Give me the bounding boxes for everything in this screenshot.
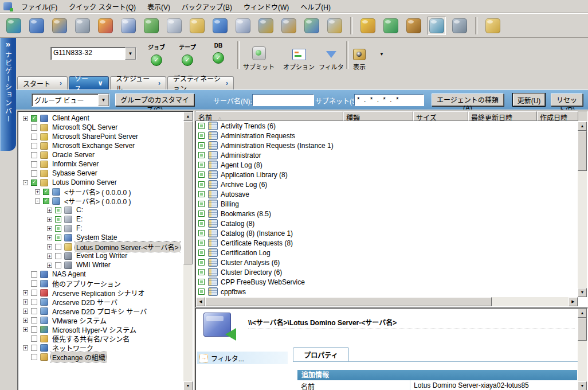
device-config-icon[interactable]	[326, 17, 344, 35]
list-checkbox[interactable]	[198, 191, 205, 197]
list-item-label[interactable]: CPP FreeBusy WebService	[221, 278, 305, 286]
tree-checkbox[interactable]	[31, 134, 37, 140]
list-checkbox[interactable]	[198, 152, 205, 158]
tree-checkbox[interactable]	[55, 225, 61, 232]
tree-item-label[interactable]: VMware システム	[51, 315, 108, 325]
menu-window[interactable]: ウィンドウ(W)	[238, 0, 295, 13]
expand-plus-icon[interactable]: +	[23, 309, 28, 314]
list-item-label[interactable]: Certificate Requests (8)	[221, 239, 293, 247]
tree-checkbox[interactable]	[31, 345, 37, 351]
server-combo[interactable]: G11N833-32 ▼	[50, 47, 136, 60]
scroll-down-icon[interactable]: ▼	[183, 381, 193, 390]
tree-checkbox[interactable]	[31, 271, 37, 278]
list-item-label[interactable]: Administrator	[221, 151, 261, 159]
tree-checkbox[interactable]	[43, 198, 49, 204]
list-item-label[interactable]: Cluster Directory (6)	[221, 268, 282, 276]
expand-plus-icon[interactable]: +	[47, 226, 52, 231]
list-checkbox[interactable]	[198, 240, 205, 246]
log-report-icon[interactable]	[234, 17, 252, 35]
tree-checkbox[interactable]	[31, 317, 37, 323]
expand-plus-icon[interactable]: +	[47, 208, 52, 213]
scrollbar-thumb[interactable]	[183, 121, 193, 264]
list-item-label[interactable]: Activity Trends (6)	[221, 122, 276, 130]
scrollbar-thumb[interactable]	[578, 131, 587, 171]
tree-item-label[interactable]: Oracle Server	[51, 151, 96, 159]
expand-plus-icon[interactable]: +	[23, 345, 28, 350]
tab-start[interactable]: スタート ›	[17, 76, 68, 89]
tree-item-label[interactable]: Event Log Writer	[75, 252, 128, 260]
group-view-combo[interactable]: グループ ビュー ▼	[32, 93, 109, 107]
list-checkbox[interactable]	[198, 162, 205, 168]
tree-item-label[interactable]: Informix Server	[51, 160, 100, 168]
list-item-label[interactable]: Certification Log	[221, 249, 271, 257]
license-scales-icon[interactable]	[405, 17, 423, 35]
restore-manager-icon[interactable]	[50, 17, 69, 35]
scrollbar-thumb[interactable]	[578, 318, 587, 341]
scrollbar-thumb[interactable]	[205, 297, 492, 306]
column-header-作成日時[interactable]: 作成日時	[537, 111, 578, 121]
recycle-media-icon[interactable]	[142, 17, 160, 35]
scroll-up-icon[interactable]: ▲	[183, 112, 193, 121]
tree-checkbox[interactable]	[55, 262, 61, 268]
menu-backup[interactable]: バックアップ(B)	[176, 0, 238, 13]
expand-plus-icon[interactable]: +	[47, 244, 52, 249]
tab-schedule[interactable]: スケジュール ›	[110, 76, 166, 89]
tree-item-label[interactable]: C:	[75, 206, 84, 214]
tree-checkbox[interactable]	[31, 115, 37, 122]
tab-destination[interactable]: デスティネーション ›	[167, 76, 234, 89]
agent-kind-button[interactable]: エージェントの種類(A)	[432, 93, 504, 106]
filter-button[interactable]: フィルタ	[316, 41, 346, 72]
chevron-down-icon[interactable]: ▼	[125, 48, 136, 60]
expand-plus-icon[interactable]: +	[47, 217, 52, 222]
security-icon[interactable]	[257, 17, 275, 35]
discovery-icon[interactable]	[165, 17, 183, 35]
chevron-down-icon[interactable]: ▼	[98, 94, 109, 106]
list-item-label[interactable]: Administration Requests (Instance 1)	[221, 142, 334, 150]
filter-link[interactable]: → フィルタ...	[197, 352, 288, 364]
list-checkbox[interactable]	[198, 171, 205, 178]
tree-item-label[interactable]: <サーバ名> ( 0.0.0.0 )	[63, 196, 132, 206]
tree-item-label[interactable]: Exchange の組織	[51, 352, 107, 362]
expand-plus-icon[interactable]: +	[23, 116, 28, 121]
list-checkbox[interactable]	[198, 220, 205, 227]
tree-checkbox[interactable]	[31, 290, 37, 296]
collapse-minus-icon[interactable]: -	[35, 198, 40, 204]
activity-chart-icon[interactable]	[5, 17, 23, 35]
column-header-種類[interactable]: 種類	[343, 111, 413, 121]
column-header-最終更新日時[interactable]: 最終更新日時	[468, 111, 537, 121]
menu-file[interactable]: ファイル(F)	[15, 0, 63, 13]
list-item-label[interactable]: Billing	[221, 200, 239, 208]
user-profile-icon[interactable]	[280, 17, 298, 35]
list-item-label[interactable]: Archive Log (6)	[221, 181, 267, 189]
menu-view[interactable]: 表示(V)	[142, 0, 176, 13]
list-checkbox[interactable]	[198, 123, 205, 129]
tree-item-label[interactable]: Arcserve Replication シナリオ	[51, 288, 146, 298]
navigation-bar-strip[interactable]: » ナビゲーションバー	[0, 38, 16, 151]
calculator-icon[interactable]	[428, 17, 446, 35]
navigation-expand-icon[interactable]: »	[6, 40, 10, 49]
scroll-down-icon[interactable]: ▼	[578, 288, 587, 297]
list-item-label[interactable]: Application Library (8)	[221, 171, 288, 179]
media-pool-icon[interactable]	[382, 17, 400, 35]
tree-item-label[interactable]: ネットワーク	[51, 343, 95, 353]
expand-plus-icon[interactable]: +	[35, 189, 40, 194]
tree-checkbox[interactable]	[55, 216, 61, 223]
backup-manager-icon[interactable]	[28, 17, 46, 35]
tree-item-label[interactable]: F:	[75, 224, 84, 232]
menu-quick-start[interactable]: クイック スタート(Q)	[63, 0, 142, 13]
tree-item-label[interactable]: Arcserve D2D サーバ	[51, 297, 119, 307]
tree-checkbox[interactable]	[31, 326, 37, 333]
expand-plus-icon[interactable]: +	[47, 263, 52, 268]
report-chart-icon[interactable]	[96, 17, 115, 35]
update-button[interactable]: 更新(U)	[513, 93, 545, 106]
tree-checkbox[interactable]	[55, 235, 61, 241]
list-item-label[interactable]: Cluster Analysis (6)	[221, 259, 280, 267]
tree-checkbox[interactable]	[31, 143, 37, 149]
list-checkbox[interactable]	[198, 279, 205, 285]
tab-properties[interactable]: プロパティ	[293, 347, 349, 362]
tree-item-label[interactable]: System State	[75, 233, 118, 241]
scroll-down-icon[interactable]: ▼	[578, 381, 587, 390]
list-checkbox[interactable]	[198, 249, 205, 256]
tree-checkbox[interactable]	[55, 253, 61, 259]
list-item-label[interactable]: Catalog (8) (Instance 1)	[221, 229, 293, 237]
